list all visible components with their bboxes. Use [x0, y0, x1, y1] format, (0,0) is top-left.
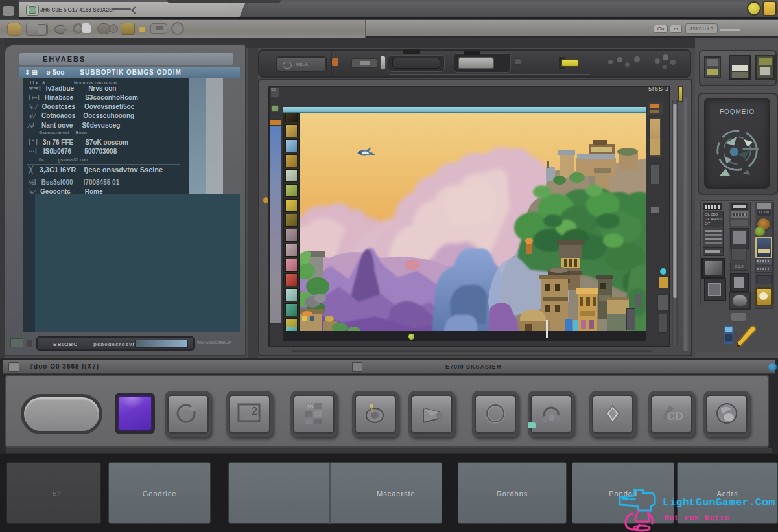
svg-text:CD: CD [667, 410, 683, 422]
svg-text:2: 2 [252, 406, 257, 417]
svg-text:3D: 3D [307, 404, 313, 410]
